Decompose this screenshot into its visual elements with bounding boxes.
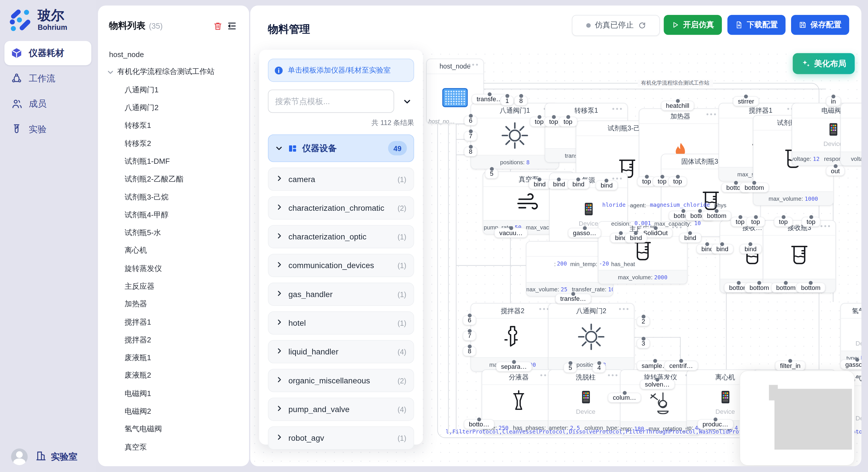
port-gasso[interactable]: gasso…: [568, 228, 601, 238]
delete-all-button[interactable]: [210, 19, 225, 33]
port-heatchill[interactable]: heatchill: [661, 101, 694, 111]
tree-item[interactable]: 搅拌器1: [98, 313, 249, 331]
port-solven[interactable]: solven…: [640, 379, 675, 390]
port-bind[interactable]: bind: [679, 233, 701, 243]
template-item-camera[interactable]: camera(1): [268, 167, 414, 191]
tree-item[interactable]: 转移泵1: [98, 117, 249, 134]
tree-item[interactable]: 搅拌器2: [98, 331, 249, 349]
port-5[interactable]: 5: [563, 363, 577, 373]
port-2[interactable]: 2: [637, 316, 650, 326]
tree-item[interactable]: 废液瓶2: [98, 367, 249, 384]
tree-item[interactable]: 试剂瓶3-己烷: [98, 188, 249, 206]
tree-item[interactable]: 电磁阀1: [98, 385, 249, 403]
port-bottom[interactable]: bottom: [796, 283, 826, 293]
port-top[interactable]: top: [746, 217, 765, 227]
port-6[interactable]: 6: [463, 315, 476, 325]
port-6[interactable]: 6: [464, 115, 477, 126]
port-bottom[interactable]: bottom: [745, 283, 774, 293]
port-4[interactable]: 4: [592, 363, 606, 373]
template-item-hotel[interactable]: hotel(1): [268, 311, 414, 335]
port-7[interactable]: 7: [464, 131, 477, 141]
tree-item[interactable]: 真空泵: [98, 438, 249, 456]
template-item-liquid_handler[interactable]: liquid_handler(4): [268, 340, 414, 363]
tree-item[interactable]: 旋转蒸发仪: [98, 260, 249, 278]
template-item-robot_agv[interactable]: robot_agv(1): [268, 427, 414, 450]
port-top[interactable]: top: [559, 117, 578, 127]
port-8[interactable]: 8: [515, 96, 528, 106]
sidebar-item-workflow[interactable]: 工作流: [4, 66, 91, 91]
port-out[interactable]: out: [826, 166, 845, 176]
search-input[interactable]: [268, 90, 394, 113]
port-bind[interactable]: bind: [529, 179, 551, 189]
port-vacuu[interactable]: vacuu…: [494, 228, 528, 238]
port-bind[interactable]: bind: [625, 233, 647, 243]
port-bind[interactable]: bind: [740, 244, 762, 254]
canvas-node-unnamed[interactable]: ●●●voltage: 12: [840, 103, 861, 166]
port-transfe[interactable]: transfe…: [555, 294, 591, 304]
port-bind[interactable]: bind: [548, 179, 570, 189]
download-config-button[interactable]: 下载配置: [727, 15, 786, 35]
port-produc[interactable]: produc…: [698, 419, 733, 429]
minimap[interactable]: [740, 370, 855, 466]
node-menu-icon[interactable]: ●●●: [820, 224, 832, 228]
simulation-status[interactable]: 仿真已停止: [572, 15, 660, 36]
template-item-pump_and_valve[interactable]: pump_and_valve(4): [268, 398, 414, 421]
port-botto[interactable]: botto…: [464, 419, 494, 429]
port-5[interactable]: 5: [485, 169, 498, 179]
tree-item[interactable]: 试剂瓶1-DMF: [98, 153, 249, 170]
tree-group-workstation[interactable]: 有机化学流程综合测试工作站: [98, 63, 249, 81]
port-8[interactable]: 8: [464, 146, 477, 157]
beautify-layout-button[interactable]: 美化布局: [793, 53, 855, 74]
start-simulation-button[interactable]: 开启仿真: [663, 15, 722, 35]
tree-item[interactable]: 电磁阀2: [98, 403, 249, 420]
port-3[interactable]: 3: [637, 338, 650, 348]
port-gasso[interactable]: gasso…: [840, 360, 861, 370]
sidebar-item-cube[interactable]: 仪器耗材: [4, 41, 91, 65]
canvas-node-氢气气源[interactable]: 氢气气源●●●Device_type: hydrogen: [840, 303, 861, 365]
port-bind[interactable]: bind: [711, 244, 733, 254]
sidebar-item-testtube[interactable]: 实验: [4, 117, 91, 142]
tree-item[interactable]: 加热器: [98, 295, 249, 313]
port-bind[interactable]: bind: [567, 179, 590, 189]
port-in[interactable]: in: [826, 96, 841, 106]
port-colum[interactable]: colum…: [608, 393, 641, 403]
port-7[interactable]: 7: [463, 331, 476, 341]
port-centrif[interactable]: centrif…: [664, 361, 698, 370]
port-top[interactable]: top: [774, 217, 793, 227]
port-top[interactable]: top: [802, 217, 820, 227]
tree-item[interactable]: 主反应器: [98, 278, 249, 295]
tree-item[interactable]: 试剂瓶5-水: [98, 224, 249, 242]
template-item-gas_handler[interactable]: gas_handler(1): [268, 283, 414, 306]
user-avatar[interactable]: [11, 448, 28, 465]
tree-item[interactable]: 八通阀门2: [98, 99, 249, 117]
tree-item[interactable]: 废液瓶1: [98, 349, 249, 367]
collapse-tree-button[interactable]: [225, 19, 239, 33]
canvas-node-八通阀门2[interactable]: 八通阀门2●●●positions: 8: [548, 303, 634, 372]
port-1[interactable]: 1: [500, 96, 514, 106]
node-menu-icon[interactable]: ●●●: [706, 112, 718, 117]
tree-item[interactable]: 试剂瓶2-乙酸乙酯: [98, 170, 249, 188]
sidebar-item-lab[interactable]: 实验室: [35, 450, 78, 463]
port-separa[interactable]: separa…: [496, 362, 532, 372]
tree-item[interactable]: 离心机: [98, 242, 249, 260]
tree-item-host-node[interactable]: host_node: [98, 45, 249, 63]
tree-item[interactable]: 八通阀门1: [98, 81, 249, 99]
port-top[interactable]: top: [668, 176, 687, 187]
node-menu-icon[interactable]: ●●●: [612, 106, 623, 111]
template-item-characterization_optic[interactable]: characterization_optic(1): [268, 225, 414, 248]
tree-item[interactable]: 试剂瓶4-甲醇: [98, 206, 249, 224]
canvas-node-接收瓶3[interactable]: 接收瓶3●●●max_volume: 250: [763, 220, 836, 293]
port-bind[interactable]: bind: [596, 180, 618, 191]
port-bottom[interactable]: bottom: [702, 211, 732, 221]
tree-item[interactable]: 转移泵2: [98, 135, 249, 153]
save-config-button[interactable]: 保存配置: [791, 15, 849, 35]
tree-item[interactable]: 氢气电磁阀: [98, 420, 249, 438]
port-8[interactable]: 8: [463, 346, 476, 356]
refresh-icon[interactable]: [638, 22, 646, 29]
panel-collapse-button[interactable]: [400, 94, 414, 108]
template-item-organic_miscellaneous[interactable]: organic_miscellaneous(2): [268, 369, 414, 392]
node-menu-icon[interactable]: ●●●: [468, 62, 479, 67]
port-bottom[interactable]: bottom: [740, 182, 769, 193]
node-menu-icon[interactable]: ●●●: [608, 373, 619, 378]
template-item-communication_devices[interactable]: communication_devices(1): [268, 254, 414, 277]
